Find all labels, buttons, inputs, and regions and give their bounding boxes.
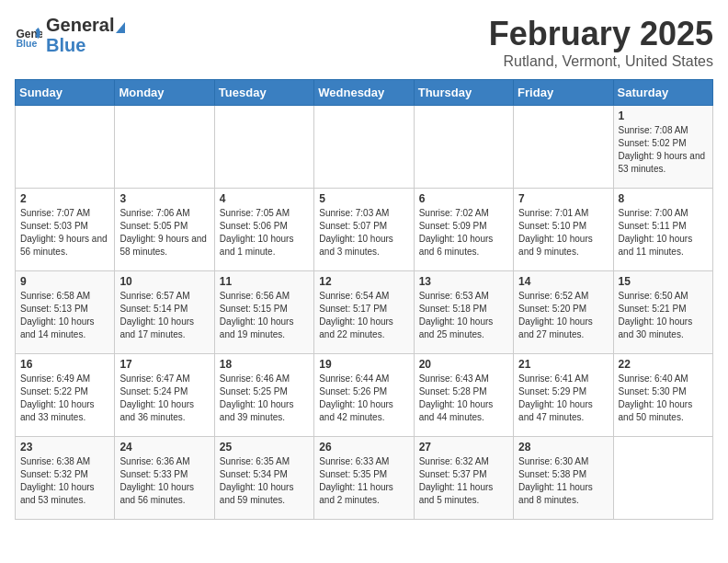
day-info: Sunrise: 6:40 AM Sunset: 5:30 PM Dayligh… [619,373,708,424]
day-number: 10 [119,275,209,288]
day-cell [115,106,214,189]
day-cell [414,106,513,189]
day-cell: 17Sunrise: 6:47 AM Sunset: 5:24 PM Dayli… [115,354,214,437]
day-cell: 20Sunrise: 6:43 AM Sunset: 5:28 PM Dayli… [414,354,513,437]
day-number: 23 [20,441,109,454]
day-cell: 10Sunrise: 6:57 AM Sunset: 5:14 PM Dayli… [115,271,214,354]
col-saturday: Saturday [613,80,712,106]
day-info: Sunrise: 7:01 AM Sunset: 5:10 PM Dayligh… [518,207,608,259]
day-cell: 24Sunrise: 6:36 AM Sunset: 5:33 PM Dayli… [115,437,214,520]
col-sunday: Sunday [16,80,115,106]
day-cell: 14Sunrise: 6:52 AM Sunset: 5:20 PM Dayli… [514,271,613,354]
day-info: Sunrise: 7:00 AM Sunset: 5:11 PM Dayligh… [619,207,708,259]
day-info: Sunrise: 7:03 AM Sunset: 5:07 PM Dayligh… [319,207,408,259]
title-area: February 2025 Rutland, Vermont, United S… [489,15,713,70]
day-cell [16,106,115,189]
day-cell [214,106,313,189]
day-number: 6 [419,192,508,205]
day-info: Sunrise: 6:57 AM Sunset: 5:14 PM Dayligh… [119,290,209,341]
day-info: Sunrise: 6:54 AM Sunset: 5:17 PM Dayligh… [319,290,408,341]
day-info: Sunrise: 7:02 AM Sunset: 5:09 PM Dayligh… [419,207,508,259]
day-cell: 25Sunrise: 6:35 AM Sunset: 5:34 PM Dayli… [214,437,313,520]
day-number: 17 [119,358,209,371]
week-row-5: 23Sunrise: 6:38 AM Sunset: 5:32 PM Dayli… [16,437,713,520]
day-cell: 11Sunrise: 6:56 AM Sunset: 5:15 PM Dayli… [214,271,313,354]
day-info: Sunrise: 6:44 AM Sunset: 5:26 PM Dayligh… [319,373,408,424]
day-info: Sunrise: 6:30 AM Sunset: 5:38 PM Dayligh… [518,455,608,507]
calendar-table: Sunday Monday Tuesday Wednesday Thursday… [15,79,713,520]
col-friday: Friday [514,80,613,106]
col-thursday: Thursday [414,80,513,106]
day-number: 3 [119,192,209,205]
day-info: Sunrise: 6:56 AM Sunset: 5:15 PM Dayligh… [220,290,309,341]
day-info: Sunrise: 6:43 AM Sunset: 5:28 PM Dayligh… [419,373,508,424]
day-info: Sunrise: 6:35 AM Sunset: 5:34 PM Dayligh… [220,455,309,507]
day-info: Sunrise: 6:46 AM Sunset: 5:25 PM Dayligh… [220,373,309,424]
svg-text:Blue: Blue [17,38,38,49]
day-number: 2 [20,192,109,205]
calendar-subtitle: Rutland, Vermont, United States [489,53,713,70]
day-cell: 4Sunrise: 7:05 AM Sunset: 5:06 PM Daylig… [214,189,313,271]
day-info: Sunrise: 6:52 AM Sunset: 5:20 PM Dayligh… [518,290,608,341]
day-cell [613,437,712,520]
day-number: 20 [419,358,508,371]
day-number: 18 [220,358,309,371]
day-number: 16 [20,358,109,371]
day-cell: 27Sunrise: 6:32 AM Sunset: 5:37 PM Dayli… [414,437,513,520]
week-row-3: 9Sunrise: 6:58 AM Sunset: 5:13 PM Daylig… [16,271,713,354]
day-cell: 12Sunrise: 6:54 AM Sunset: 5:17 PM Dayli… [314,271,414,354]
day-info: Sunrise: 6:41 AM Sunset: 5:29 PM Dayligh… [518,373,608,424]
day-number: 28 [518,441,608,454]
day-cell: 16Sunrise: 6:49 AM Sunset: 5:22 PM Dayli… [16,354,115,437]
day-cell: 6Sunrise: 7:02 AM Sunset: 5:09 PM Daylig… [414,189,513,271]
day-cell: 8Sunrise: 7:00 AM Sunset: 5:11 PM Daylig… [613,189,712,271]
day-info: Sunrise: 6:58 AM Sunset: 5:13 PM Dayligh… [20,290,109,341]
day-info: Sunrise: 6:33 AM Sunset: 5:35 PM Dayligh… [319,455,408,507]
day-cell: 9Sunrise: 6:58 AM Sunset: 5:13 PM Daylig… [16,271,115,354]
week-row-1: 1Sunrise: 7:08 AM Sunset: 5:02 PM Daylig… [16,106,713,189]
day-cell: 28Sunrise: 6:30 AM Sunset: 5:38 PM Dayli… [514,437,613,520]
col-monday: Monday [115,80,214,106]
day-number: 9 [20,275,109,288]
day-cell: 22Sunrise: 6:40 AM Sunset: 5:30 PM Dayli… [613,354,712,437]
day-number: 21 [518,358,608,371]
day-cell: 19Sunrise: 6:44 AM Sunset: 5:26 PM Dayli… [314,354,414,437]
day-info: Sunrise: 6:50 AM Sunset: 5:21 PM Dayligh… [619,290,708,341]
day-number: 19 [319,358,408,371]
day-info: Sunrise: 6:47 AM Sunset: 5:24 PM Dayligh… [119,373,209,424]
day-cell: 5Sunrise: 7:03 AM Sunset: 5:07 PM Daylig… [314,189,414,271]
day-cell: 2Sunrise: 7:07 AM Sunset: 5:03 PM Daylig… [16,189,115,271]
day-info: Sunrise: 6:32 AM Sunset: 5:37 PM Dayligh… [419,455,508,507]
day-number: 4 [220,192,309,205]
logo-icon: General Blue [15,22,42,50]
page-header: General Blue General Blue February 2025 … [15,15,713,70]
day-info: Sunrise: 7:05 AM Sunset: 5:06 PM Dayligh… [220,207,309,259]
day-cell: 13Sunrise: 6:53 AM Sunset: 5:18 PM Dayli… [414,271,513,354]
day-info: Sunrise: 6:36 AM Sunset: 5:33 PM Dayligh… [119,455,209,507]
logo: General Blue General Blue [15,15,125,56]
day-cell: 7Sunrise: 7:01 AM Sunset: 5:10 PM Daylig… [514,189,613,271]
day-cell [314,106,414,189]
day-cell: 23Sunrise: 6:38 AM Sunset: 5:32 PM Dayli… [16,437,115,520]
logo-triangle [116,22,125,33]
day-cell: 21Sunrise: 6:41 AM Sunset: 5:29 PM Dayli… [514,354,613,437]
day-cell: 18Sunrise: 6:46 AM Sunset: 5:25 PM Dayli… [214,354,313,437]
day-info: Sunrise: 7:08 AM Sunset: 5:02 PM Dayligh… [619,124,708,176]
day-number: 12 [319,275,408,288]
day-cell: 1Sunrise: 7:08 AM Sunset: 5:02 PM Daylig… [613,106,712,189]
day-number: 24 [119,441,209,454]
week-row-4: 16Sunrise: 6:49 AM Sunset: 5:22 PM Dayli… [16,354,713,437]
day-cell: 15Sunrise: 6:50 AM Sunset: 5:21 PM Dayli… [613,271,712,354]
calendar-title: February 2025 [489,15,713,53]
logo-blue-text: Blue [46,35,85,55]
day-number: 11 [220,275,309,288]
day-info: Sunrise: 6:53 AM Sunset: 5:18 PM Dayligh… [419,290,508,341]
day-cell [514,106,613,189]
col-tuesday: Tuesday [214,80,313,106]
day-info: Sunrise: 7:07 AM Sunset: 5:03 PM Dayligh… [20,207,109,259]
day-number: 25 [220,441,309,454]
day-number: 1 [619,109,708,122]
day-number: 15 [619,275,708,288]
day-number: 22 [619,358,708,371]
week-row-2: 2Sunrise: 7:07 AM Sunset: 5:03 PM Daylig… [16,189,713,271]
